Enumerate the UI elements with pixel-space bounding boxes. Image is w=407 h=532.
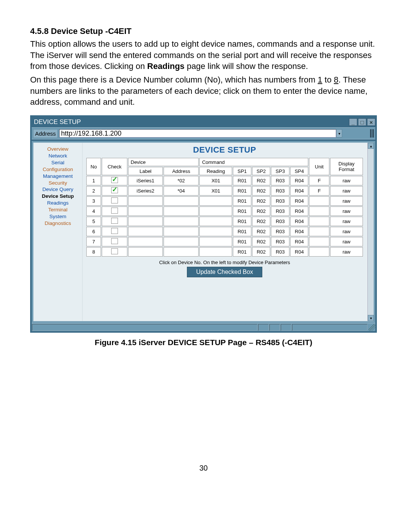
label-cell	[128, 247, 163, 257]
update-button[interactable]: Update Checked Box	[187, 267, 262, 277]
readings-bold: Readings	[147, 61, 185, 71]
paragraph-1: This option allows the users to add up t…	[30, 38, 377, 72]
sidebar-item-management[interactable]: Management	[36, 173, 80, 180]
sidebar-item-readings[interactable]: Readings	[36, 200, 80, 206]
sidebar-item-system[interactable]: System	[36, 214, 80, 220]
unit-cell: F	[309, 186, 329, 196]
col-sp4: SP4	[290, 167, 309, 175]
scroll-down-icon[interactable]: ▾	[368, 315, 374, 321]
label-cell	[128, 196, 163, 206]
link-1: 1	[318, 75, 322, 84]
resize-grip-icon[interactable]	[369, 324, 375, 331]
sp2-cell: R02	[252, 176, 271, 185]
checkbox[interactable]: ✓	[111, 187, 118, 193]
sp4-cell: R04	[290, 206, 309, 216]
label-cell: iSeries2	[128, 186, 163, 196]
close-button[interactable]: ×	[367, 118, 375, 126]
checkbox[interactable]	[111, 228, 118, 234]
address-input[interactable]: http://192.168.1.200	[59, 129, 336, 138]
device-number-link[interactable]: 4	[86, 206, 101, 216]
reading-cell	[199, 227, 232, 236]
address-dropdown[interactable]: ▾	[336, 129, 342, 138]
check-cell	[102, 237, 127, 246]
sp4-cell: R04	[290, 196, 309, 206]
display-cell: raw	[330, 186, 363, 196]
col-display: Display Format	[330, 158, 363, 175]
sidebar-item-overview[interactable]: Overview	[36, 146, 80, 153]
sp2-cell: R02	[252, 247, 271, 257]
sidebar-item-security[interactable]: Security	[36, 180, 80, 187]
scroll-up-icon[interactable]: ▴	[368, 143, 374, 149]
browser-window: DEVICE SETUP _ □ × Address http://192.16…	[30, 115, 377, 333]
col-device: Device	[128, 158, 199, 166]
sp2-cell: R02	[252, 237, 271, 246]
unit-cell	[309, 196, 329, 206]
sp2-cell: R02	[252, 196, 271, 206]
device-number-link[interactable]: 2	[86, 186, 101, 196]
col-sp3: SP3	[271, 167, 289, 175]
table-row: 1✓iSeries1*02X01R01R02R03R04Fraw	[86, 176, 363, 185]
unit-cell	[309, 247, 329, 257]
main-title: DEVICE SETUP	[86, 145, 364, 155]
maximize-button[interactable]: □	[358, 118, 366, 126]
sp1-cell: R01	[233, 237, 251, 246]
sidebar-item-configuration[interactable]: Configuration	[36, 167, 80, 173]
sp4-cell: R04	[290, 227, 309, 236]
col-address: Address	[164, 167, 199, 175]
minimize-button[interactable]: _	[349, 118, 357, 126]
device-number-link[interactable]: 3	[86, 196, 101, 206]
device-number-link[interactable]: 8	[86, 247, 101, 257]
checkbox[interactable]	[111, 248, 118, 254]
label-cell	[128, 237, 163, 246]
unit-cell	[309, 217, 329, 226]
check-cell	[102, 247, 127, 257]
device-number-link[interactable]: 7	[86, 237, 101, 246]
unit-cell: F	[309, 176, 329, 185]
vertical-scrollbar[interactable]: ▴ ▾	[367, 143, 373, 321]
sidebar-item-network[interactable]: Network	[36, 153, 80, 159]
sidebar-item-terminal[interactable]: Terminal	[36, 207, 80, 213]
reading-cell	[199, 217, 232, 226]
sp1-cell: R01	[233, 247, 251, 257]
sp1-cell: R01	[233, 186, 251, 196]
checkbox[interactable]	[111, 218, 118, 224]
bottom-note: Click on Device No. On the left to modif…	[86, 260, 364, 265]
go-icon[interactable]	[370, 129, 374, 138]
main-panel: DEVICE SETUP No Check Device Command Uni…	[83, 143, 373, 321]
col-command: Command	[199, 158, 308, 166]
address-cell	[164, 237, 199, 246]
col-check: Check	[102, 158, 127, 175]
sp2-cell: R02	[252, 217, 271, 226]
sidebar-item-serial[interactable]: Serial	[36, 160, 80, 166]
status-bar	[32, 323, 375, 331]
display-cell: raw	[330, 227, 363, 236]
col-reading: Reading	[199, 167, 232, 175]
label-cell	[128, 217, 163, 226]
checkbox[interactable]	[111, 197, 118, 203]
table-row: 8R01R02R03R04raw	[86, 247, 363, 257]
device-number-link[interactable]: 5	[86, 217, 101, 226]
checkbox[interactable]	[111, 238, 118, 244]
sp3-cell: R03	[271, 237, 289, 246]
col-no: No	[86, 158, 101, 175]
sp1-cell: R01	[233, 227, 251, 236]
display-cell: raw	[330, 217, 363, 226]
checkbox[interactable]: ✓	[111, 177, 118, 183]
device-number-link[interactable]: 6	[86, 227, 101, 236]
unit-cell	[309, 227, 329, 236]
sidebar-item-devicequery[interactable]: Device Query	[36, 187, 80, 193]
sp3-cell: R03	[271, 196, 289, 206]
device-number-link[interactable]: 1	[86, 176, 101, 185]
paragraph-2: On this page there is a Device Number co…	[30, 74, 377, 108]
sp4-cell: R04	[290, 176, 309, 185]
table-row: 4R01R02R03R04raw	[86, 206, 363, 216]
sidebar-item-diagnostics[interactable]: Diagnostics	[36, 220, 80, 227]
checkbox[interactable]	[111, 208, 118, 214]
address-cell	[164, 206, 199, 216]
display-cell: raw	[330, 176, 363, 185]
reading-cell	[199, 206, 232, 216]
reading-cell	[199, 237, 232, 246]
address-cell: *04	[164, 186, 199, 196]
sidebar-item-devicesetup[interactable]: Device Setup	[36, 193, 80, 200]
table-row: 5R01R02R03R04raw	[86, 217, 363, 226]
